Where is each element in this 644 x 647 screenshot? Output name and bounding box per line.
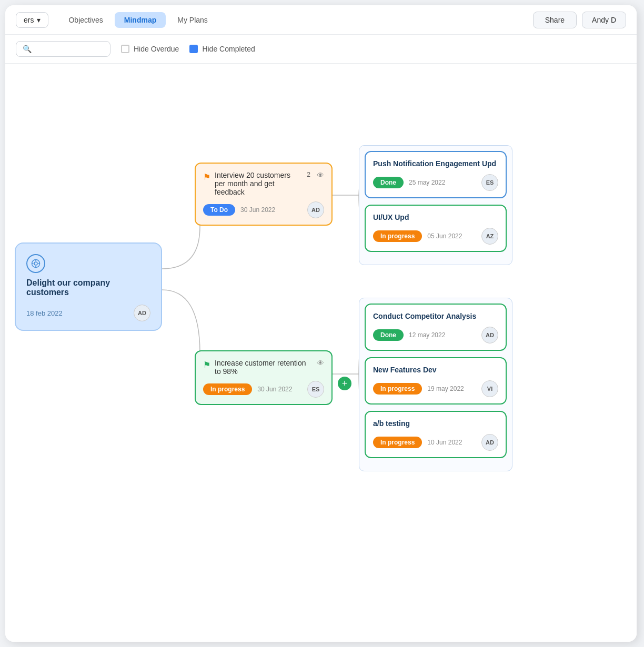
status-badge-todo: To Do xyxy=(203,204,235,216)
mid-node-retention-header: ⚑ Increase customer retention to 98% 👁 xyxy=(203,359,324,376)
leaf-push-avatar: ES xyxy=(481,174,498,191)
canvas: Delight our company customers 18 feb 202… xyxy=(5,64,637,642)
leaf-abtesting[interactable]: a/b testing In progress 10 Jun 2022 AD xyxy=(365,411,507,458)
root-icon xyxy=(26,254,45,273)
chevron-down-icon: ▾ xyxy=(37,16,41,24)
leaf-abtesting-avatar: AD xyxy=(481,434,498,451)
leaf-push-notification[interactable]: Push Notification Engagement Upd Done 25… xyxy=(365,151,507,198)
add-child-button[interactable]: + xyxy=(338,377,351,390)
mid-node-interview-avatar: AD xyxy=(307,201,324,218)
status-badge-competitor: Done xyxy=(373,329,404,341)
tab-mindmap[interactable]: Mindmap xyxy=(115,12,166,28)
search-icon: 🔍 xyxy=(23,45,32,53)
hide-completed-checkbox[interactable] xyxy=(189,45,198,53)
leaf-competitor-footer: Done 12 may 2022 AD xyxy=(373,327,498,343)
leaf-abtesting-title: a/b testing xyxy=(373,419,498,428)
bottom-leaf-groupbox: Conduct Competitor Analysis Done 12 may … xyxy=(359,298,512,471)
search-box: 🔍 xyxy=(16,41,110,57)
top-leaf-group: Push Notification Engagement Upd Done 25… xyxy=(359,145,512,265)
tab-objectives[interactable]: Objectives xyxy=(59,12,112,28)
status-badge-abtesting: In progress xyxy=(373,437,422,448)
nav-actions: Share Andy D xyxy=(533,12,626,28)
mid-node-interview-header: ⚑ Interview 20 customers per month and g… xyxy=(203,171,324,196)
flag-icon-green: ⚑ xyxy=(203,360,210,370)
hide-completed-label: Hide Completed xyxy=(202,45,255,53)
bottom-leaf-group: Conduct Competitor Analysis Done 12 may … xyxy=(359,298,512,471)
eye-icon[interactable]: 👁 xyxy=(317,171,324,179)
leaf-push-title: Push Notification Engagement Upd xyxy=(373,159,498,168)
root-avatar: AD xyxy=(134,305,150,321)
leaf-uiux[interactable]: UI/UX Upd In progress 05 Jun 2022 AZ xyxy=(365,205,507,252)
user-button[interactable]: Andy D xyxy=(582,12,626,28)
leaf-newfeatures-avatar: VI xyxy=(481,380,498,397)
leaf-abtesting-footer: In progress 10 Jun 2022 AD xyxy=(373,434,498,451)
mid-node-retention[interactable]: ⚑ Increase customer retention to 98% 👁 I… xyxy=(195,350,333,405)
tab-myplans[interactable]: My Plans xyxy=(168,12,217,28)
mid-node-interview-footer: To Do 30 Jun 2022 AD xyxy=(203,201,324,218)
status-badge-inprogress: In progress xyxy=(203,383,252,395)
nav-dropdown[interactable]: ers ▾ xyxy=(16,12,48,28)
hide-overdue-filter[interactable]: Hide Overdue xyxy=(121,45,179,53)
leaf-uiux-date: 05 Jun 2022 xyxy=(427,232,476,240)
leaf-newfeatures[interactable]: New Features Dev In progress 19 may 2022… xyxy=(365,357,507,405)
search-input[interactable] xyxy=(35,45,104,53)
nav-tabs: Objectives Mindmap My Plans xyxy=(59,12,528,28)
mid-node-interview-title: Interview 20 customers per month and get… xyxy=(215,171,303,196)
status-badge-uiux: In progress xyxy=(373,230,422,242)
leaf-newfeatures-footer: In progress 19 may 2022 VI xyxy=(373,380,498,397)
share-button[interactable]: Share xyxy=(533,12,577,28)
mid-node-retention-footer: In progress 30 Jun 2022 ES xyxy=(203,381,324,398)
leaf-newfeatures-title: New Features Dev xyxy=(373,366,498,374)
leaf-competitor-date: 12 may 2022 xyxy=(409,331,476,339)
mid-node-retention-date: 30 Jun 2022 xyxy=(257,386,302,393)
leaf-uiux-footer: In progress 05 Jun 2022 AZ xyxy=(373,228,498,245)
top-leaf-groupbox: Push Notification Engagement Upd Done 25… xyxy=(359,145,512,265)
dropdown-label: ers xyxy=(24,16,34,24)
root-footer: 18 feb 2022 AD xyxy=(26,305,150,321)
status-badge-done: Done xyxy=(373,177,404,188)
status-badge-newfeatures: In progress xyxy=(373,383,422,395)
view-count: 2 xyxy=(307,171,310,178)
mid-node-retention-title: Increase customer retention to 98% xyxy=(215,359,313,376)
root-date: 18 feb 2022 xyxy=(26,309,63,317)
leaf-uiux-title: UI/UX Upd xyxy=(373,213,498,221)
app-container: ers ▾ Objectives Mindmap My Plans Share … xyxy=(5,5,637,642)
filter-group: Hide Overdue Hide Completed xyxy=(121,45,255,53)
leaf-competitor-avatar: AD xyxy=(481,327,498,343)
flag-icon: ⚑ xyxy=(203,172,210,182)
toolbar: 🔍 Hide Overdue Hide Completed xyxy=(5,35,637,64)
hide-overdue-checkbox[interactable] xyxy=(121,45,129,53)
hide-overdue-label: Hide Overdue xyxy=(134,45,179,53)
leaf-competitor[interactable]: Conduct Competitor Analysis Done 12 may … xyxy=(365,304,507,351)
leaf-competitor-title: Conduct Competitor Analysis xyxy=(373,312,498,320)
leaf-abtesting-date: 10 Jun 2022 xyxy=(427,439,476,446)
svg-point-1 xyxy=(34,262,37,265)
nav-bar: ers ▾ Objectives Mindmap My Plans Share … xyxy=(5,5,637,35)
leaf-newfeatures-date: 19 may 2022 xyxy=(427,385,476,392)
hide-completed-filter[interactable]: Hide Completed xyxy=(189,45,255,53)
mid-node-interview[interactable]: ⚑ Interview 20 customers per month and g… xyxy=(195,163,333,226)
leaf-push-date: 25 may 2022 xyxy=(409,179,476,186)
mid-node-interview-date: 30 Jun 2022 xyxy=(240,206,302,214)
leaf-push-footer: Done 25 may 2022 ES xyxy=(373,174,498,191)
leaf-uiux-avatar: AZ xyxy=(481,228,498,245)
root-title: Delight our company customers xyxy=(26,278,150,297)
root-node[interactable]: Delight our company customers 18 feb 202… xyxy=(15,242,162,331)
eye-icon-retention[interactable]: 👁 xyxy=(317,359,324,367)
mid-node-retention-avatar: ES xyxy=(307,381,324,398)
